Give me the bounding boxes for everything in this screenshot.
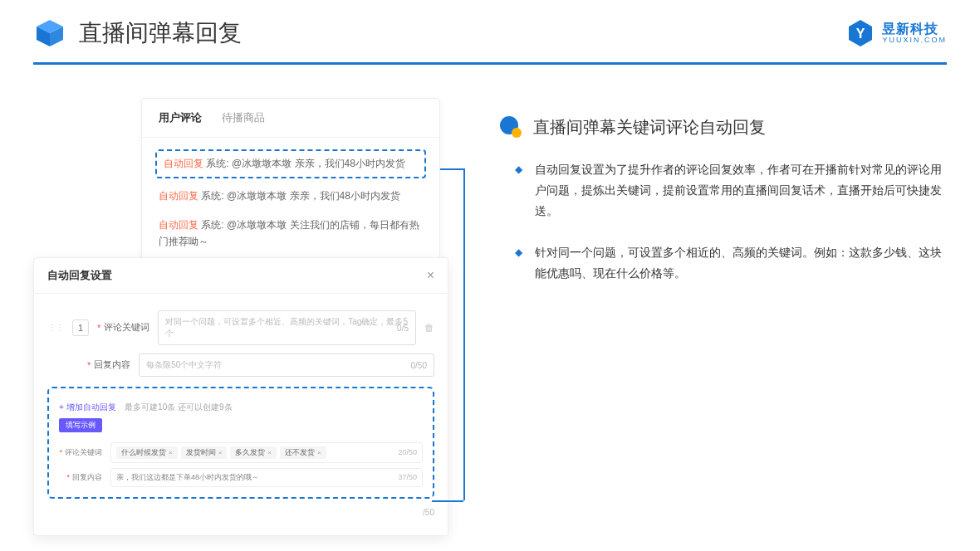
outer-count: /50 bbox=[423, 508, 434, 517]
tab-pending-goods[interactable]: 待播商品 bbox=[222, 110, 265, 125]
trash-icon[interactable]: 🗑 bbox=[424, 322, 434, 334]
ex-content-input[interactable]: 亲，我们这边都是下单48小时内发货的哦～ 37/50 bbox=[110, 468, 423, 487]
example-content-row: *回复内容 亲，我们这边都是下单48小时内发货的哦～ 37/50 bbox=[59, 468, 423, 487]
content-count: 0/50 bbox=[411, 360, 427, 369]
section-header: 直播间弹幕关键词评论自动回复 bbox=[498, 115, 947, 139]
form-row-content: *回复内容 每条限50个中文字符 0/50 bbox=[47, 354, 434, 377]
settings-panel: 自动回复设置 × ⋮⋮ 1 *评论关键词 对同一个问题，可设置多个相近、高频的关… bbox=[33, 257, 448, 536]
auto-reply-tag: 自动回复 bbox=[159, 219, 198, 231]
tabs: 用户评论 待播商品 bbox=[142, 99, 439, 138]
brand: Y 昱新科技 YUUXIN.COM bbox=[845, 18, 947, 48]
content-label: 回复内容 bbox=[94, 358, 130, 371]
brand-icon: Y bbox=[845, 18, 875, 48]
auto-reply-tag: 自动回复 bbox=[164, 158, 203, 169]
ex-keyword-label: 评论关键词 bbox=[65, 447, 102, 458]
tag-chip: 多久发货× bbox=[230, 446, 277, 459]
comment-panel: 用户评论 待播商品 自动回复 系统: @冰墩墩本墩 亲亲，我们48小时内发货 自… bbox=[141, 98, 440, 266]
comment-text: 系统: @冰墩墩本墩 亲亲，我们48小时内发货 bbox=[206, 158, 405, 169]
comment-item: 自动回复 系统: @冰墩墩本墩 亲亲，我们48小时内发货 bbox=[155, 182, 426, 211]
brand-name: 昱新科技 bbox=[882, 22, 947, 37]
ex-content-count: 37/50 bbox=[398, 473, 417, 481]
tag-chip: 什么时候发货× bbox=[116, 446, 178, 459]
row-number: 1 bbox=[72, 319, 89, 336]
drag-handle-icon[interactable]: ⋮⋮ bbox=[47, 323, 64, 332]
close-icon[interactable]: × bbox=[427, 268, 434, 283]
settings-title: 自动回复设置 bbox=[47, 268, 112, 283]
form-row-keyword: ⋮⋮ 1 *评论关键词 对同一个问题，可设置多个相近、高频的关键词，Tag确定，… bbox=[47, 310, 434, 345]
tag-chip: 发货时间× bbox=[181, 446, 228, 459]
bullet-list: 自动回复设置为了提升作者的评论回复效率，作者可在开播前针对常见的评论用户问题，提… bbox=[498, 159, 947, 284]
add-hint: 最多可建10条 还可以创建9条 bbox=[125, 402, 232, 412]
ex-keyword-count: 20/50 bbox=[398, 448, 417, 456]
comment-text: 系统: @冰墩墩本墩 关注我们的店铺，每日都有热门推荐呦～ bbox=[159, 219, 419, 246]
tab-user-comments[interactable]: 用户评论 bbox=[159, 110, 202, 125]
page-title: 直播间弹幕回复 bbox=[79, 17, 242, 49]
auto-reply-tag: 自动回复 bbox=[159, 190, 198, 202]
content-input[interactable]: 每条限50个中文字符 0/50 bbox=[139, 354, 434, 377]
connector-line bbox=[440, 168, 463, 170]
keyword-input[interactable]: 对同一个问题，可设置多个相近、高频的关键词，Tag确定，最多5个 0/5 bbox=[158, 310, 416, 345]
example-box: + 增加自动回复 最多可建10条 还可以创建9条 填写示例 *评论关键词 什么时… bbox=[47, 387, 434, 499]
page-header: 直播间弹幕回复 Y 昱新科技 YUUXIN.COM bbox=[0, 0, 980, 62]
svg-text:Y: Y bbox=[856, 27, 865, 41]
tag-chip: 还不发货× bbox=[280, 446, 326, 459]
logo-cube-icon bbox=[33, 17, 66, 50]
brand-url: YUUXIN.COM bbox=[882, 37, 947, 45]
example-badge: 填写示例 bbox=[59, 418, 102, 432]
svg-point-5 bbox=[512, 128, 522, 138]
ex-content-label: 回复内容 bbox=[72, 472, 102, 483]
keyword-count: 0/5 bbox=[397, 323, 409, 332]
example-keyword-row: *评论关键词 什么时候发货× 发货时间× 多久发货× 还不发货× 20/50 bbox=[59, 442, 423, 463]
keyword-label: 评论关键词 bbox=[104, 321, 149, 334]
comment-item: 自动回复 系统: @冰墩墩本墩 亲亲，我们48小时内发货 bbox=[155, 149, 426, 178]
chat-bubble-icon bbox=[498, 115, 523, 139]
ex-keyword-input[interactable]: 什么时候发货× 发货时间× 多久发货× 还不发货× 20/50 bbox=[110, 442, 423, 463]
bullet-item: 自动回复设置为了提升作者的评论回复效率，作者可在开播前针对常见的评论用户问题，提… bbox=[515, 159, 947, 222]
bullet-item: 针对同一个问题，可设置多个相近的、高频的关键词。例如：这款多少钱、这块能优惠吗、… bbox=[515, 242, 947, 284]
connector-line bbox=[463, 168, 465, 500]
connector-line bbox=[432, 500, 463, 502]
add-auto-reply-link[interactable]: + 增加自动回复 bbox=[59, 402, 116, 412]
section-title: 直播间弹幕关键词评论自动回复 bbox=[533, 116, 766, 139]
comment-item: 自动回复 系统: @冰墩墩本墩 关注我们的店铺，每日都有热门推荐呦～ bbox=[155, 211, 426, 256]
comment-list: 自动回复 系统: @冰墩墩本墩 亲亲，我们48小时内发货 自动回复 系统: @冰… bbox=[142, 138, 439, 265]
comment-text: 系统: @冰墩墩本墩 亲亲，我们48小时内发货 bbox=[201, 190, 400, 202]
